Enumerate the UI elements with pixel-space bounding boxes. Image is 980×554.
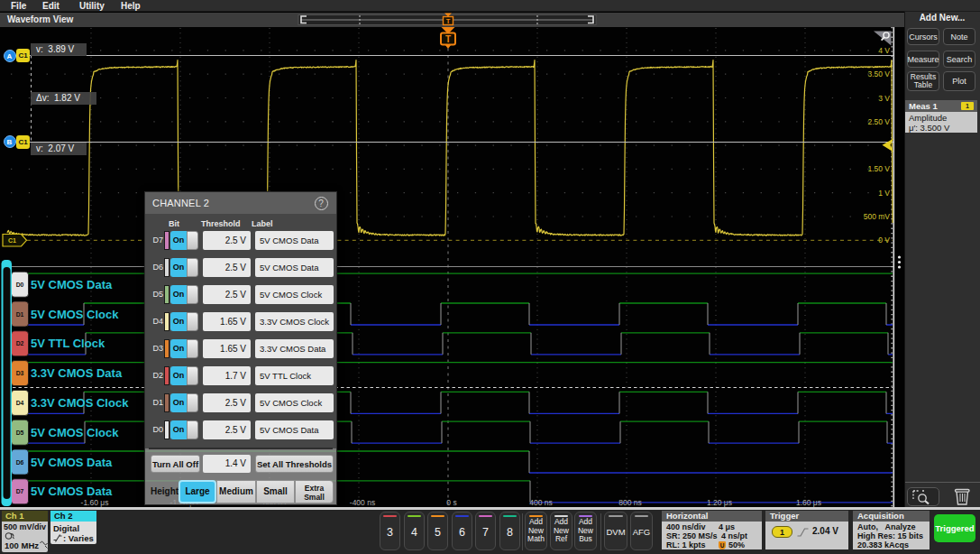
svg-text:D2: D2 bbox=[16, 340, 24, 346]
svg-text:D3: D3 bbox=[16, 370, 24, 376]
svg-text:T: T bbox=[446, 17, 451, 25]
svg-text:3.3V CMOS Clock: 3.3V CMOS Clock bbox=[31, 396, 129, 410]
svg-text:400 ns: 400 ns bbox=[529, 498, 553, 507]
svg-text:T: T bbox=[445, 34, 451, 44]
svg-text:1.60 μs: 1.60 μs bbox=[796, 498, 821, 507]
svg-text:1.50 V: 1.50 V bbox=[867, 164, 890, 173]
svg-text:0 V: 0 V bbox=[878, 235, 890, 245]
svg-text:5V CMOS Data: 5V CMOS Data bbox=[31, 456, 113, 469]
svg-text:5V CMOS Clock: 5V CMOS Clock bbox=[31, 426, 119, 439]
svg-text:3 V: 3 V bbox=[878, 94, 890, 103]
svg-text:C1: C1 bbox=[8, 237, 16, 244]
svg-text:4 V: 4 V bbox=[878, 46, 890, 55]
svg-text:D1: D1 bbox=[16, 311, 24, 318]
svg-text:-400 ns: -400 ns bbox=[350, 498, 375, 507]
svg-text:5V CMOS Clock: 5V CMOS Clock bbox=[31, 308, 119, 321]
svg-text:5V CMOS Data: 5V CMOS Data bbox=[31, 278, 113, 291]
svg-text:1 V: 1 V bbox=[878, 189, 890, 198]
svg-text:D7: D7 bbox=[16, 488, 24, 494]
svg-text:0 s: 0 s bbox=[446, 498, 456, 507]
svg-text:-1.60 μs: -1.60 μs bbox=[81, 498, 109, 507]
svg-text:D4: D4 bbox=[16, 400, 24, 406]
svg-text:5V TTL Clock: 5V TTL Clock bbox=[31, 337, 105, 350]
svg-text:1.20 μs: 1.20 μs bbox=[707, 498, 732, 507]
svg-text:3.3V CMOS Data: 3.3V CMOS Data bbox=[31, 366, 123, 380]
svg-text:500 mV: 500 mV bbox=[864, 212, 891, 221]
svg-text:3.50 V: 3.50 V bbox=[867, 69, 890, 78]
svg-text:2.50 V: 2.50 V bbox=[867, 117, 890, 126]
svg-text:D5: D5 bbox=[16, 429, 24, 436]
svg-text:800 ns: 800 ns bbox=[618, 498, 642, 507]
svg-text:5V CMOS Data: 5V CMOS Data bbox=[31, 485, 113, 498]
svg-text:D0: D0 bbox=[16, 282, 24, 288]
svg-text:D6: D6 bbox=[16, 459, 24, 466]
